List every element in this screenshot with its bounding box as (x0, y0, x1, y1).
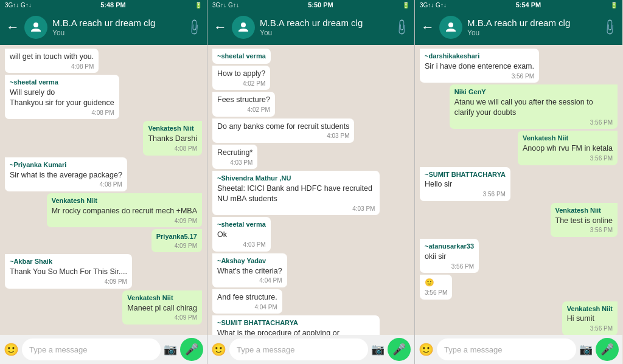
camera-button[interactable]: 📷 (164, 343, 177, 356)
message-time: 4:09 PM (10, 278, 127, 286)
message-bubble: Do any banks come for recruit students4:… (212, 118, 354, 143)
input-bar: 🙂 Type a message 📷 🎤 (207, 335, 414, 364)
message-text: What's the criteria? (217, 267, 282, 275)
message-bubble: Venkatesh NiitAnoop wh rvu FM in ketala3… (518, 131, 618, 165)
message-sender: ~SUMIT BHATTACHARYA (425, 170, 506, 179)
chat-subtitle: You (467, 29, 603, 37)
message-text: Recruting* (217, 148, 252, 157)
message-bubble: ~sheetal vermaWill surely doThankyou sir… (5, 75, 119, 119)
message-time: 4:02 PM (217, 80, 265, 88)
message-time: 4:03 PM (217, 159, 252, 167)
mic-button[interactable]: 🎤 (596, 338, 619, 361)
camera-button[interactable]: 📷 (371, 343, 385, 356)
message-text: And fee structure. (217, 293, 277, 301)
message-bubble: Niki GenYAtanu we will call you after th… (450, 84, 618, 129)
message-bubble: Priyanka5.174:09 PM (151, 229, 202, 252)
message-time: 3:56 PM (425, 289, 447, 297)
message-sender: Venkatesh Niit (567, 304, 613, 314)
message-text: How to apply? (217, 69, 265, 78)
mic-button[interactable]: 🎤 (180, 338, 203, 361)
message-bubble: ~Akbar ShaikThank You So Much For This S… (5, 254, 132, 288)
message-text: Anoop wh rvu FM in ketala (523, 144, 613, 153)
messages-area: ~sheetal vermaHow to apply?4:02 PMFees s… (207, 45, 414, 335)
message-text: Sir i have done enterence exam. (425, 62, 534, 70)
avatar (232, 16, 255, 39)
header-actions: 📎 (187, 21, 201, 34)
message-sender: ~Priyanka Kumari (10, 160, 122, 170)
message-input[interactable]: Type a message (437, 338, 576, 360)
message-text: Atanu we will call you after the session… (454, 98, 593, 117)
avatar (439, 16, 462, 39)
svg-point-0 (33, 22, 38, 27)
message-text: Maneet pl call chirag (127, 304, 197, 312)
message-text: The test is online (555, 216, 613, 225)
chat-header: ← M.B.A reach ur dream clg You 📎 (0, 10, 207, 45)
message-bubble: ~sheetal vermaOk4:03 PM (212, 217, 271, 251)
message-text: Will surely doThankyou sir for your guid… (10, 88, 114, 107)
message-input[interactable]: Type a message (22, 338, 161, 360)
back-button[interactable]: ← (421, 19, 434, 35)
message-sender: ~Shivendra Mathur ,NU (217, 174, 375, 183)
message-bubble: 🙂3:56 PM (420, 275, 452, 299)
paperclip-icon[interactable]: 📎 (392, 18, 411, 36)
message-text: Mr rocky companies do recruit mech +MBA (52, 207, 197, 215)
panel-3: 3G↑↓ G↑↓ 5:54 PM 🔋 ← M.B.A reach ur drea… (415, 0, 622, 364)
header-info: M.B.A reach ur dream clg You (467, 18, 603, 37)
paperclip-icon[interactable]: 📎 (600, 18, 619, 36)
message-text: okii sir (425, 252, 446, 261)
chat-title: M.B.A reach ur dream clg (52, 18, 187, 29)
message-sender: ~sheetal verma (217, 220, 266, 229)
message-text: Sheetal: ICICI Bank and HDFC have recrui… (217, 184, 372, 203)
status-right: 🔋 (402, 2, 409, 9)
camera-button[interactable]: 📷 (579, 343, 593, 356)
message-time: 3:56 PM (555, 226, 613, 235)
message-text: will get in touch with you. (10, 52, 94, 61)
chat-subtitle: You (52, 29, 187, 37)
message-time: 4:04 PM (217, 276, 282, 285)
message-bubble: Venkatesh NiitManeet pl call chirag4:09 … (122, 290, 202, 325)
message-sender: Venkatesh Niit (148, 124, 197, 133)
panel-1: 3G↑↓ G↑↓ 5:48 PM 🔋 ← M.B.A reach ur drea… (0, 0, 207, 364)
message-bubble: Recruting*4:03 PM (212, 145, 257, 169)
message-bubble: And fee structure.4:04 PM (212, 289, 282, 314)
message-bubble: ~SUMIT BHATTACHARYAHello sir3:56 PM (420, 167, 510, 201)
message-bubble: ~Shivendra Mathur ,NUSheetal: ICICI Bank… (212, 171, 380, 215)
chat-header: ← M.B.A reach ur dream clg You 📎 (415, 10, 622, 45)
message-bubble: will get in touch with you.4:08 PM (5, 49, 99, 73)
message-bubble: Venkatesh NiitMr rocky companies do recr… (47, 193, 202, 227)
message-text: 🙂 (425, 278, 434, 287)
emoji-button[interactable]: 🙂 (4, 342, 19, 357)
chat-title: M.B.A reach ur dream clg (467, 18, 603, 29)
back-button[interactable]: ← (6, 19, 19, 35)
status-right: 🔋 (610, 2, 618, 9)
avatar (24, 16, 47, 39)
header-actions: 📎 (395, 21, 408, 34)
svg-point-2 (448, 22, 453, 27)
message-text: Hi sumit (567, 314, 594, 323)
messages-area: ~darshikakeshariSir i have done enterenc… (415, 45, 622, 335)
emoji-button[interactable]: 🙂 (211, 342, 226, 357)
message-time: 4:08 PM (10, 180, 122, 189)
back-button[interactable]: ← (214, 19, 227, 35)
status-time: 5:54 PM (516, 1, 541, 9)
message-text: Ok (217, 230, 227, 239)
message-sender: Venkatesh Niit (555, 206, 613, 215)
message-time: 4:04 PM (217, 303, 277, 312)
paperclip-icon[interactable]: 📎 (184, 18, 203, 36)
status-right: 🔋 (195, 2, 202, 9)
message-time: 3:56 PM (567, 325, 613, 333)
message-sender: ~sheetal verma (10, 78, 114, 87)
message-time: 3:56 PM (425, 72, 534, 81)
mic-button[interactable]: 🎤 (388, 338, 411, 361)
message-time: 4:03 PM (217, 205, 375, 213)
message-time: 3:56 PM (425, 190, 506, 199)
message-bubble: Venkatesh NiitThe test is online3:56 PM (551, 203, 618, 237)
emoji-button[interactable]: 🙂 (419, 342, 434, 357)
message-bubble: ~atanusarkar33okii sir3:56 PM (420, 239, 479, 273)
chat-header: ← M.B.A reach ur dream clg You 📎 (207, 10, 414, 45)
message-text: Sir what is the average package? (10, 171, 122, 179)
message-bubble: ~Akshay YadavWhat's the criteria?4:04 PM (212, 253, 287, 287)
message-time: 4:03 PM (217, 132, 349, 140)
message-input[interactable]: Type a message (229, 338, 368, 360)
message-text: Hello sir (425, 180, 452, 188)
